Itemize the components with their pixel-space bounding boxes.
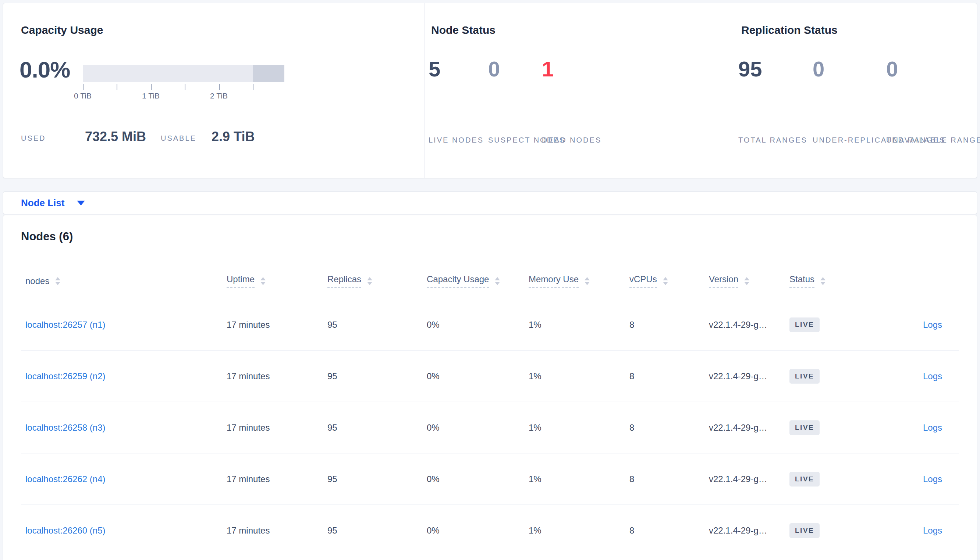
view-selector-label: Node List	[21, 197, 64, 209]
under-replicated-ranges-count: 0	[813, 58, 824, 80]
nodes-panel-title: Nodes (6)	[21, 230, 73, 243]
uptime-cell: 17 minutes	[227, 371, 328, 382]
axis-tick	[83, 84, 84, 90]
vcpus-cell: 8	[629, 474, 709, 484]
vcpus-cell: 8	[629, 525, 709, 536]
replicas-cell: 95	[328, 525, 427, 536]
logs-link[interactable]: Logs	[923, 423, 942, 432]
uptime-cell: 17 minutes	[227, 474, 328, 484]
node-link[interactable]: localhost:26257 (n1)	[25, 320, 105, 330]
logs-link[interactable]: Logs	[923, 371, 942, 381]
memory-use-cell: 1%	[528, 474, 629, 484]
column-header-replicas[interactable]: Replicas	[328, 274, 427, 288]
capacity-usage-cell: 0%	[427, 320, 528, 330]
replicas-cell: 95	[328, 371, 427, 382]
table-row: localhost:26258 (n3) 17 minutes 95 0% 1%…	[21, 402, 959, 453]
dead-nodes-label: DEAD NODES	[542, 133, 590, 147]
table-row: localhost:26259 (n2) 17 minutes 95 0% 1%…	[21, 350, 959, 402]
column-header-version[interactable]: Version	[709, 274, 789, 288]
axis-tick-label: 1 TiB	[142, 92, 160, 100]
total-ranges-count: 95	[738, 58, 762, 80]
node-link[interactable]: localhost:26260 (n5)	[25, 525, 105, 535]
sort-icon	[495, 277, 500, 285]
axis-tick	[253, 84, 253, 90]
table-row: localhost:26260 (n5) 17 minutes 95 0% 1%…	[21, 505, 959, 556]
version-cell: v22.1.4-29-g…	[709, 371, 789, 382]
cluster-overview-page: { "colors": { "bg": "#f4f6fa", "accent":…	[0, 0, 980, 560]
sort-icon	[744, 277, 749, 285]
sort-icon	[820, 277, 826, 285]
capacity-usage-cell: 0%	[427, 525, 528, 536]
node-link[interactable]: localhost:26259 (n2)	[25, 371, 105, 381]
axis-tick	[219, 84, 220, 90]
suspect-nodes-count: 0	[488, 58, 500, 80]
sort-icon	[261, 277, 266, 285]
version-cell: v22.1.4-29-g…	[709, 474, 789, 484]
table-body: localhost:26257 (n1) 17 minutes 95 0% 1%…	[21, 299, 959, 556]
cluster-summary-card: Capacity Usage 0.0% 0 TiB 1 TiB 2 TiB US…	[3, 3, 977, 178]
status-badge: LIVE	[789, 523, 819, 538]
unavailable-ranges-count: 0	[886, 58, 898, 80]
memory-use-cell: 1%	[528, 423, 629, 433]
column-header-nodes[interactable]: nodes	[25, 276, 227, 286]
sort-icon	[585, 277, 590, 285]
logs-link[interactable]: Logs	[923, 474, 942, 484]
chevron-down-icon	[77, 201, 85, 205]
memory-use-cell: 1%	[528, 320, 629, 330]
replication-status-title: Replication Status	[741, 24, 838, 37]
node-link[interactable]: localhost:26258 (n3)	[25, 423, 105, 432]
capacity-bar-extra-segment	[253, 65, 284, 82]
under-replicated-ranges-label: UNDER-REPLICATED RANGES	[813, 133, 897, 147]
node-link[interactable]: localhost:26262 (n4)	[25, 474, 105, 484]
logs-link[interactable]: Logs	[923, 320, 942, 330]
status-badge: LIVE	[789, 420, 819, 435]
uptime-cell: 17 minutes	[227, 423, 328, 433]
axis-tick	[151, 84, 152, 90]
status-badge: LIVE	[789, 317, 819, 332]
vcpus-cell: 8	[629, 423, 709, 433]
sort-icon	[663, 277, 668, 285]
capacity-usage-cell: 0%	[427, 423, 528, 433]
replicas-cell: 95	[328, 320, 427, 330]
column-header-capacity-usage[interactable]: Capacity Usage	[427, 274, 528, 288]
uptime-cell: 17 minutes	[227, 525, 328, 536]
capacity-percent: 0.0%	[20, 58, 70, 81]
table-row: localhost:26257 (n1) 17 minutes 95 0% 1%…	[21, 299, 959, 350]
column-header-memory-use[interactable]: Memory Use	[528, 274, 629, 288]
usable-label: USABLE	[161, 134, 196, 143]
live-nodes-count: 5	[428, 58, 440, 80]
version-cell: v22.1.4-29-g…	[709, 320, 789, 330]
section-divider	[424, 3, 425, 178]
total-ranges-label: TOTAL RANGES	[738, 133, 786, 147]
usable-value: 2.9 TiB	[212, 129, 254, 144]
node-status-title: Node Status	[431, 24, 495, 37]
column-header-uptime[interactable]: Uptime	[227, 274, 328, 288]
capacity-usage-cell: 0%	[427, 371, 528, 382]
axis-tick-label: 0 TiB	[74, 92, 92, 100]
column-header-vcpus[interactable]: vCPUs	[629, 274, 709, 288]
used-label: USED	[21, 134, 46, 143]
view-selector-dropdown[interactable]: Node List	[3, 192, 977, 214]
live-nodes-label: LIVE NODES	[428, 133, 480, 147]
replicas-cell: 95	[328, 474, 427, 484]
version-cell: v22.1.4-29-g…	[709, 423, 789, 433]
suspect-nodes-label: SUSPECT NODES	[488, 133, 544, 147]
uptime-cell: 17 minutes	[227, 320, 328, 330]
sort-icon	[367, 277, 372, 285]
column-header-status[interactable]: Status	[789, 274, 863, 288]
section-divider	[726, 3, 726, 178]
table-row: localhost:26262 (n4) 17 minutes 95 0% 1%…	[21, 453, 959, 505]
axis-tick-label: 2 TiB	[210, 92, 228, 100]
table-header-row: nodes Uptime Replicas Capacity Usage Mem…	[21, 263, 959, 299]
axis-tick	[185, 84, 186, 90]
memory-use-cell: 1%	[528, 525, 629, 536]
nodes-table-panel: Nodes (6) nodes Uptime Replicas Capacity…	[3, 215, 977, 560]
logs-link[interactable]: Logs	[923, 525, 942, 535]
vcpus-cell: 8	[629, 371, 709, 382]
vcpus-cell: 8	[629, 320, 709, 330]
replicas-cell: 95	[328, 423, 427, 433]
status-badge: LIVE	[789, 369, 819, 383]
dead-nodes-count: 1	[542, 58, 554, 80]
used-value: 732.5 MiB	[85, 129, 146, 144]
sort-icon	[55, 277, 60, 285]
